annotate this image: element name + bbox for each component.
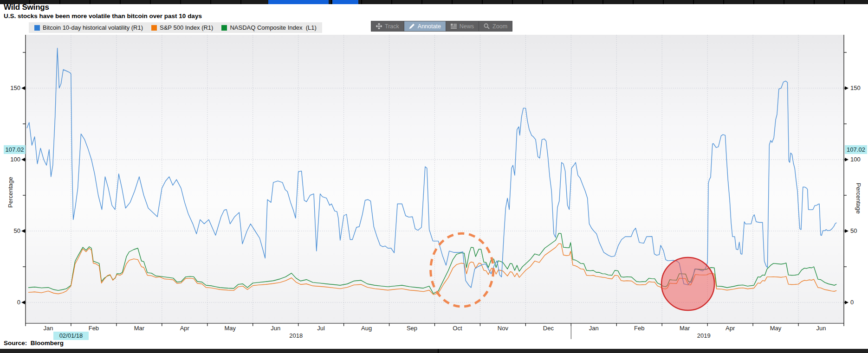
chart-canvas[interactable] <box>0 0 868 353</box>
series-line-sp500 <box>28 244 836 295</box>
series-line-bitcoin <box>27 48 836 288</box>
x-axis-date-marker: 02/01/18 <box>53 332 89 340</box>
y-axis-marker-left: 107.02 <box>4 145 26 154</box>
annotation-red-circle[interactable] <box>661 257 714 310</box>
bloomberg-chart-window: { "header": { "title": "Wild Swings", "s… <box>0 0 868 353</box>
y-axis-marker-right: 107.02 <box>845 145 867 154</box>
